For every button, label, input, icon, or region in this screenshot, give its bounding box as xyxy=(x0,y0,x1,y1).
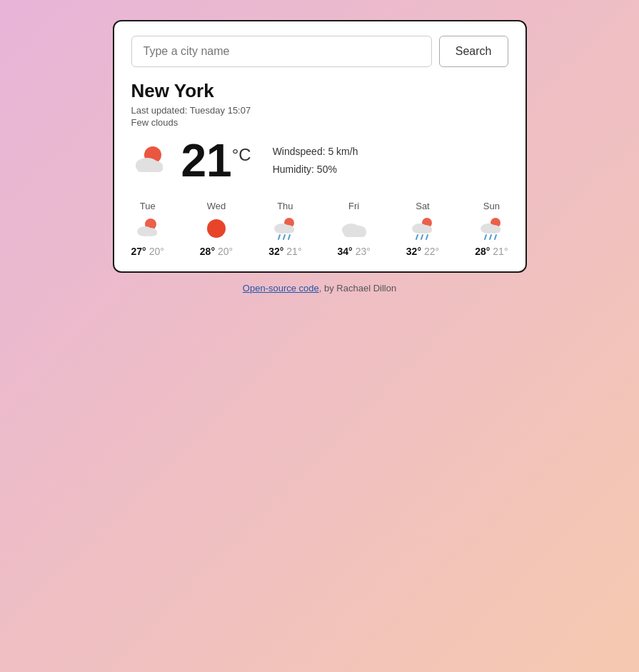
current-details: Windspeed: 5 km/h Humidity: 50% xyxy=(273,143,358,179)
day-label-fri: Fri xyxy=(348,201,359,211)
day-label-sun: Sun xyxy=(483,201,500,211)
svg-line-24 xyxy=(416,235,418,239)
temps-sun: 28° 21° xyxy=(475,246,508,257)
search-button[interactable]: Search xyxy=(439,36,508,67)
svg-rect-30 xyxy=(482,227,500,233)
svg-line-15 xyxy=(283,235,285,239)
forecast-row: Tue 27° 20° Wed xyxy=(131,201,508,257)
search-input[interactable] xyxy=(131,36,432,67)
forecast-icon-tue xyxy=(134,216,162,241)
humidity: Humidity: 50% xyxy=(273,161,358,179)
svg-line-14 xyxy=(278,235,280,239)
temps-fri: 34° 23° xyxy=(337,246,370,257)
forecast-day-sun: Sun 28° 21° xyxy=(475,201,508,257)
temp-low-fri: 23° xyxy=(356,246,371,257)
temp-low-sun: 21° xyxy=(493,246,508,257)
forecast-icon-thu xyxy=(271,216,299,241)
temp-high-sat: 32° xyxy=(406,246,421,257)
temp-low-tue: 20° xyxy=(149,246,164,257)
temps-wed: 28° 20° xyxy=(200,246,233,257)
current-weather-icon xyxy=(131,141,171,181)
svg-line-25 xyxy=(421,235,423,239)
footer-suffix: , by Rachael Dillon xyxy=(319,283,396,294)
forecast-icon-sat xyxy=(408,216,437,241)
current-temp: 21 xyxy=(181,138,232,184)
svg-rect-13 xyxy=(276,227,294,233)
forecast-icon-wed xyxy=(202,216,231,241)
temps-tue: 27° 20° xyxy=(131,246,164,257)
forecast-day-thu: Thu 32° 21° xyxy=(268,201,301,257)
svg-line-16 xyxy=(288,235,290,239)
search-row: Search xyxy=(131,36,508,67)
current-unit: °C xyxy=(232,145,251,165)
day-label-wed: Wed xyxy=(207,201,226,211)
temps-thu: 32° 21° xyxy=(268,246,301,257)
svg-line-31 xyxy=(485,235,486,239)
current-left: 21 °C xyxy=(131,138,251,184)
forecast-day-fri: Fri 34° 23° xyxy=(337,201,370,257)
temp-high-tue: 27° xyxy=(131,246,146,257)
open-source-link[interactable]: Open-source code xyxy=(243,283,319,294)
condition-text: Few clouds xyxy=(131,117,508,128)
temp-low-wed: 20° xyxy=(218,246,233,257)
forecast-day-tue: Tue 27° 20° xyxy=(131,201,164,257)
temp-high-fri: 34° xyxy=(337,246,352,257)
svg-rect-8 xyxy=(139,230,157,236)
svg-line-32 xyxy=(490,235,491,239)
windspeed: Windspeed: 5 km/h xyxy=(273,143,358,161)
day-label-sat: Sat xyxy=(416,201,430,211)
day-label-tue: Tue xyxy=(140,201,156,211)
temp-high-thu: 32° xyxy=(268,246,283,257)
svg-line-26 xyxy=(426,235,428,239)
forecast-day-sat: Sat 32° 22° xyxy=(406,201,439,257)
temp-low-thu: 21° xyxy=(286,246,301,257)
city-name: New York xyxy=(131,80,508,102)
forecast-icon-fri xyxy=(340,216,368,241)
temp-low-sat: 22° xyxy=(424,246,439,257)
forecast-icon-sun xyxy=(477,216,505,241)
forecast-day-wed: Wed 28° 20° xyxy=(200,201,233,257)
temp-high-wed: 28° xyxy=(200,246,215,257)
svg-rect-19 xyxy=(343,229,366,237)
svg-rect-23 xyxy=(413,227,432,233)
temp-high-sun: 28° xyxy=(475,246,490,257)
svg-line-33 xyxy=(495,235,496,239)
current-weather: 21 °C Windspeed: 5 km/h Humidity: 50% xyxy=(131,138,508,184)
last-updated: Last updated: Tuesday 15:07 xyxy=(131,105,508,116)
temps-sat: 32° 22° xyxy=(406,246,439,257)
day-label-thu: Thu xyxy=(277,201,293,211)
footer: Open-source code, by Rachael Dillon xyxy=(243,283,396,294)
svg-rect-4 xyxy=(137,165,163,172)
svg-point-9 xyxy=(207,219,226,238)
weather-card: Search New York Last updated: Tuesday 15… xyxy=(113,20,527,273)
